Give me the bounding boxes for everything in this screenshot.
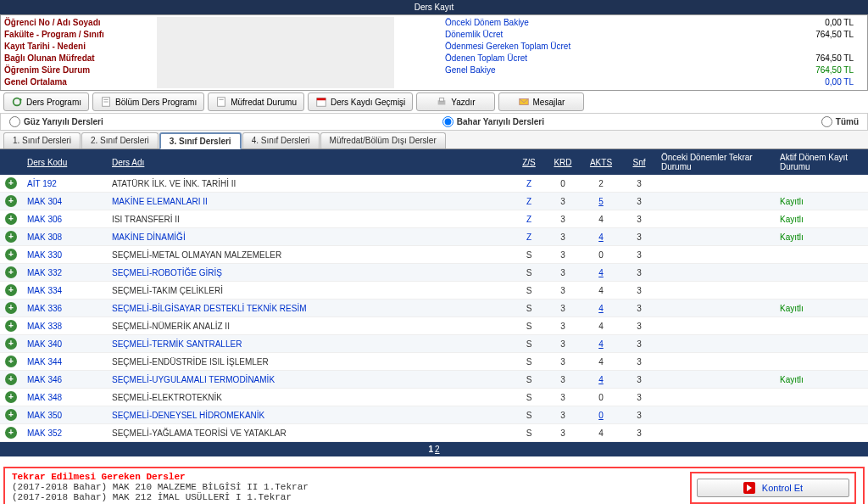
course-name[interactable]: SEÇMELİ-UYGULAMALI TERMODİNAMİK xyxy=(107,371,512,389)
cell-akts[interactable]: 4 xyxy=(580,228,622,246)
cell-kayit-durumu xyxy=(775,406,868,424)
course-code-link[interactable]: MAK 340 xyxy=(22,335,107,353)
radio-bahar[interactable]: Bahar Yarıyılı Dersleri xyxy=(442,116,544,127)
val-donemlik: 764,50 TL xyxy=(728,29,854,41)
kontrol-box: Kontrol Et xyxy=(690,472,856,504)
add-course-button[interactable]: + xyxy=(5,213,17,225)
cell-snf: 3 xyxy=(622,424,656,442)
cell-akts[interactable]: 0 xyxy=(580,406,622,424)
course-code-link[interactable]: MAK 344 xyxy=(22,353,107,371)
kontrol-et-button[interactable]: Kontrol Et xyxy=(697,479,849,497)
add-course-button[interactable]: + xyxy=(5,177,17,189)
cell-snf: 3 xyxy=(622,264,656,282)
course-code-link[interactable]: MAK 348 xyxy=(22,389,107,406)
pager-next-link[interactable]: 2 xyxy=(435,445,440,454)
course-table-header: Ders Kodu Ders Adı Z/S KRD AKTS Snf Önce… xyxy=(0,149,868,175)
course-code-link[interactable]: MAK 338 xyxy=(22,317,107,335)
cell-zs: Z xyxy=(512,228,546,246)
course-code-link[interactable]: MAK 332 xyxy=(22,264,107,282)
radio-guz-input[interactable] xyxy=(9,116,20,127)
add-course-button[interactable]: + xyxy=(5,302,17,314)
bolum-ders-programi-button[interactable]: Bölüm Ders Programı xyxy=(92,92,204,111)
cell-akts[interactable]: 5 xyxy=(580,193,622,210)
cell-akts: 0 xyxy=(580,389,622,406)
add-course-button[interactable]: + xyxy=(5,338,17,350)
tab-4.-sınıf-dersleri[interactable]: 4. Sınıf Dersleri xyxy=(242,132,320,148)
cell-akts[interactable]: 4 xyxy=(580,335,622,353)
add-course-button[interactable]: + xyxy=(5,356,17,367)
add-course-button[interactable]: + xyxy=(5,409,17,421)
th-name[interactable]: Ders Adı xyxy=(107,149,512,175)
th-akts[interactable]: AKTS xyxy=(580,149,622,175)
balance-values: 0,00 TL 764,50 TL 764,50 TL 764,50 TL 0,… xyxy=(728,17,864,88)
tab-1.-sınıf-dersleri[interactable]: 1. Sınıf Dersleri xyxy=(3,132,81,148)
add-course-button[interactable]: + xyxy=(5,427,17,439)
ders-programi-button[interactable]: Ders Programı xyxy=(3,92,89,111)
mesajlar-button[interactable]: Mesajlar xyxy=(498,92,585,111)
th-zs[interactable]: Z/S xyxy=(512,149,546,175)
course-code-link[interactable]: MAK 304 xyxy=(22,193,107,210)
cell-kayit-durumu xyxy=(775,353,868,371)
add-course-button[interactable]: + xyxy=(5,373,17,385)
radio-tumu-input[interactable] xyxy=(821,116,832,127)
cell-krd: 3 xyxy=(546,353,580,371)
th-krd[interactable]: KRD xyxy=(546,149,580,175)
add-course-button[interactable]: + xyxy=(5,320,17,332)
add-course-button[interactable]: + xyxy=(5,266,17,278)
course-name[interactable]: SEÇMELİ-TERMİK SANTRALLER xyxy=(107,335,512,353)
course-name[interactable]: SEÇMELİ-DENEYSEL HİDROMEKANİK xyxy=(107,406,512,424)
course-code-link[interactable]: MAK 330 xyxy=(22,246,107,264)
cell-snf: 3 xyxy=(622,317,656,335)
th-code[interactable]: Ders Kodu xyxy=(22,149,107,175)
cell-akts[interactable]: 4 xyxy=(580,264,622,282)
add-course-button[interactable]: + xyxy=(5,391,17,403)
cell-tekrar xyxy=(656,228,775,246)
cell-snf: 3 xyxy=(622,406,656,424)
th-snf[interactable]: Snf xyxy=(622,149,656,175)
course-code-link[interactable]: AİT 192 xyxy=(22,175,107,193)
cell-tekrar xyxy=(656,389,775,406)
course-name[interactable]: SEÇMELİ-BİLGİSAYAR DESTEKLİ TEKNİK RESİM xyxy=(107,300,512,317)
add-course-button[interactable]: + xyxy=(5,284,17,296)
repeat-line-0: (2017-2018 Bahar) MAK 210 MALZEME BİLGİS… xyxy=(12,482,690,492)
cell-kayit-durumu xyxy=(775,317,868,335)
cell-zs: S xyxy=(512,317,546,335)
table-row: +MAK 308MAKİNE DİNAMİĞİZ343Kayıtlı xyxy=(0,228,868,246)
repeat-notice: Tekrar Edilmesi Gereken Dersler (2017-20… xyxy=(3,467,865,504)
cell-zs: S xyxy=(512,335,546,353)
tab-3.-sınıf-dersleri[interactable]: 3. Sınıf Dersleri xyxy=(159,132,242,149)
printer-icon xyxy=(436,96,448,108)
cell-krd: 3 xyxy=(546,264,580,282)
cell-akts[interactable]: 4 xyxy=(580,371,622,389)
course-name[interactable]: MAKİNE ELEMANLARI II xyxy=(107,193,512,210)
course-code-link[interactable]: MAK 334 xyxy=(22,282,107,300)
page-title-bar: Ders Kayıt xyxy=(0,0,868,14)
label-onceki-bakiye: Önceki Dönem Bakiye xyxy=(394,17,728,29)
cell-snf: 3 xyxy=(622,353,656,371)
tab-2.-sınıf-dersleri[interactable]: 2. Sınıf Dersleri xyxy=(81,132,159,148)
tab-müfredat/bölüm-dışı-dersler[interactable]: Müfredat/Bölüm Dışı Dersler xyxy=(320,132,446,148)
course-name[interactable]: MAKİNE DİNAMİĞİ xyxy=(107,228,512,246)
add-course-button[interactable]: + xyxy=(5,249,17,260)
mufredat-durumu-button[interactable]: Müfredat Durumu xyxy=(208,92,304,111)
radio-tumu[interactable]: Tümü xyxy=(821,116,859,127)
course-code-link[interactable]: MAK 350 xyxy=(22,406,107,424)
cell-kayit-durumu xyxy=(775,389,868,406)
course-code-link[interactable]: MAK 308 xyxy=(22,228,107,246)
cell-snf: 3 xyxy=(622,300,656,317)
label-genel-ort: Genel Ortalama xyxy=(4,76,157,88)
course-code-link[interactable]: MAK 306 xyxy=(22,210,107,228)
course-code-link[interactable]: MAK 352 xyxy=(22,424,107,442)
cell-akts[interactable]: 4 xyxy=(580,300,622,317)
cell-krd: 3 xyxy=(546,335,580,353)
course-name[interactable]: SEÇMELİ-ROBOTİĞE GİRİŞ xyxy=(107,264,512,282)
add-course-button[interactable]: + xyxy=(5,195,17,207)
cell-zs: S xyxy=(512,246,546,264)
course-code-link[interactable]: MAK 336 xyxy=(22,300,107,317)
yazdir-button[interactable]: Yazdır xyxy=(416,92,494,111)
radio-guz[interactable]: Güz Yarıyılı Dersleri xyxy=(9,116,103,127)
radio-bahar-input[interactable] xyxy=(442,116,453,127)
ders-kaydi-gecmisi-button[interactable]: Ders Kaydı Geçmişi xyxy=(308,92,413,111)
course-code-link[interactable]: MAK 346 xyxy=(22,371,107,389)
add-course-button[interactable]: + xyxy=(5,231,17,243)
